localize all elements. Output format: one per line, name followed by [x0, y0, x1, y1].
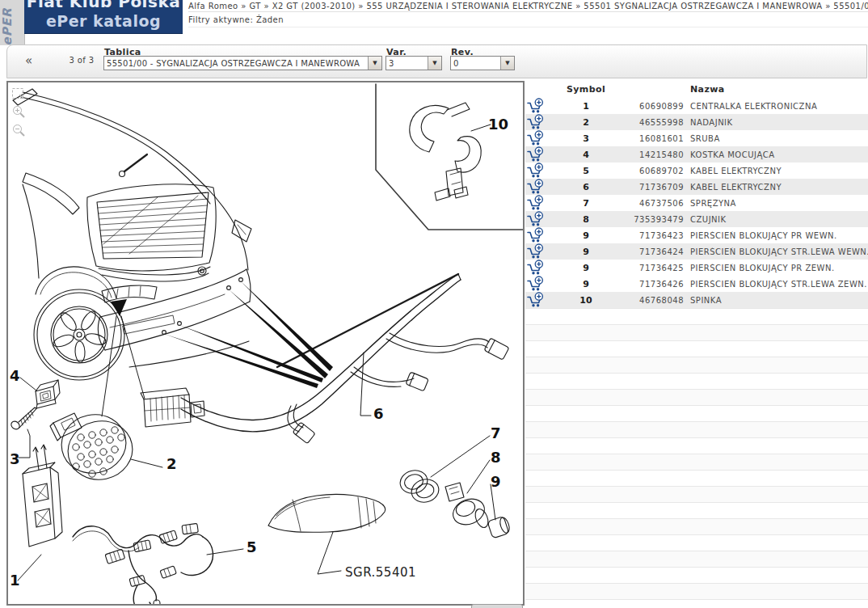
- figure-label: SGR.55401: [345, 565, 416, 580]
- cart-cell: [525, 163, 551, 179]
- callout-1: 1: [10, 572, 20, 589]
- var-select[interactable]: 3 ▼: [386, 56, 442, 70]
- table-row[interactable]: 7 46737506 SPRĘŻYNA: [525, 195, 868, 211]
- table-row[interactable]: 3 16081601 ŚRUBA: [525, 130, 868, 146]
- zoom-out-icon[interactable]: [12, 124, 26, 137]
- add-to-cart-icon[interactable]: [527, 114, 545, 130]
- callout-3: 3: [10, 450, 20, 467]
- zoom-in-icon[interactable]: [12, 105, 26, 119]
- part-7-grommet[interactable]: [398, 436, 490, 505]
- add-to-cart-icon[interactable]: [527, 292, 545, 308]
- empty-table-row: [525, 389, 868, 405]
- part-name: PIERŚCIEŃ BLOKUJĄCY PR WEWN.: [684, 231, 868, 240]
- add-to-cart-icon[interactable]: [527, 98, 545, 114]
- active-filters: Filtry aktywne: Żaden: [188, 15, 284, 24]
- callout-8: 8: [491, 449, 501, 466]
- part-symbol: 1: [551, 101, 621, 112]
- add-to-cart-icon[interactable]: [527, 260, 545, 276]
- part-symbol: 6: [551, 182, 621, 192]
- rev-select[interactable]: 0 ▼: [450, 56, 515, 70]
- part-number: 71736425: [621, 264, 684, 272]
- part-name: CZUJNIK: [684, 215, 868, 224]
- part-6-harness[interactable]: [141, 274, 509, 444]
- part-name: KABEL ELEKTRYCZNY: [684, 183, 868, 192]
- logo-line1: Fiat Klub Polska: [24, 0, 183, 11]
- part-number: 71736423: [621, 231, 684, 240]
- part-number: 735393479: [621, 215, 684, 224]
- part-symbol: 9: [551, 263, 621, 273]
- part-10-clip[interactable]: [410, 103, 491, 201]
- cart-cell: [525, 130, 551, 146]
- part-9-cap[interactable]: [487, 484, 512, 538]
- part-name: KABEL ELEKTRYCZNY: [684, 167, 868, 175]
- table-row[interactable]: 2 46555998 NADAJNIK: [525, 114, 868, 130]
- add-to-cart-icon[interactable]: [527, 146, 545, 163]
- empty-table-row: [525, 567, 868, 583]
- eper-vertical-banner: ePER: [0, 0, 25, 45]
- add-to-cart-icon[interactable]: [527, 227, 545, 243]
- fit-selection-icon[interactable]: [11, 87, 26, 101]
- car-rear-drawing: [13, 89, 251, 380]
- breadcrumb[interactable]: Alfa Romeo » GT » X2 GT (2003-2010) » 55…: [188, 2, 868, 11]
- add-to-cart-icon[interactable]: [527, 130, 545, 146]
- part-number: 46555998: [621, 118, 684, 127]
- logo-line2: ePer katalog: [24, 12, 183, 30]
- rev-select-value: 0: [451, 59, 500, 68]
- empty-table-row: [525, 357, 868, 373]
- table-row[interactable]: 1 60690899 CENTRALKA ELEKTRONICZNA: [525, 98, 868, 114]
- add-to-cart-icon[interactable]: [527, 179, 545, 195]
- cart-cell: [525, 146, 551, 163]
- part-name: CENTRALKA ELEKTRONICZNA: [684, 102, 868, 111]
- table-row[interactable]: 5 60689702 KABEL ELEKTRYCZNY: [525, 163, 868, 179]
- part-number: 46768048: [621, 296, 684, 305]
- add-to-cart-icon[interactable]: [527, 276, 545, 292]
- part-1-ecu[interactable]: [18, 445, 62, 581]
- previous-table-button[interactable]: «: [25, 53, 32, 68]
- chevron-down-icon[interactable]: ▼: [368, 57, 381, 70]
- cart-cell: [525, 276, 551, 292]
- cart-cell: [525, 98, 551, 114]
- part-name: KOSTKA MOCUJĄCA: [684, 150, 868, 159]
- parts-table: Symbol Nazwa 1 60690899 CENTRALKA ELEKTR…: [525, 81, 868, 608]
- app-logo: Fiat Klub Polska ePer katalog: [24, 0, 183, 34]
- part-8-sensor[interactable]: [445, 460, 491, 530]
- callout-9: 9: [491, 473, 501, 490]
- table-row[interactable]: 9 71736423 PIERŚCIEŃ BLOKUJĄCY PR WEWN.: [525, 227, 868, 243]
- add-to-cart-icon[interactable]: [527, 243, 545, 260]
- callout-6: 6: [373, 405, 384, 422]
- add-to-cart-icon[interactable]: [527, 195, 545, 211]
- parts-diagram-panel[interactable]: 1 2 3 4 5 6 7 8 9 10 SGR.55401: [6, 81, 525, 606]
- part-4-block[interactable]: [20, 378, 60, 408]
- table-row[interactable]: 9 71736426 PIERŚCIEŃ BLOKUJĄCY STR.LEWA …: [525, 276, 868, 292]
- parts-table-header: Symbol Nazwa: [525, 81, 868, 98]
- exploded-parts-diagram: 1 2 3 4 5 6 7 8 9 10 SGR.55401: [8, 82, 523, 604]
- cart-cell: [525, 292, 551, 308]
- part-2-buzzer[interactable]: [50, 408, 162, 485]
- part-symbol: 2: [551, 117, 621, 128]
- eper-vertical-text: ePER: [0, 8, 15, 45]
- chevron-down-icon[interactable]: ▼: [500, 57, 514, 70]
- part-symbol: 9: [551, 230, 621, 241]
- table-row[interactable]: 8 735393479 CZUJNIK: [525, 211, 868, 227]
- part-name: SPRĘŻYNA: [684, 199, 868, 208]
- table-row[interactable]: 10 46768048 SPINKA: [525, 292, 868, 308]
- tablica-select[interactable]: 55501/00 - SYGNALIZACJA OSTRZEGAWCZA I M…: [103, 56, 382, 70]
- table-row[interactable]: 9 71736424 PIERŚCIEŃ BLOKUJĄCY STR.LEWA …: [525, 243, 868, 260]
- add-to-cart-icon[interactable]: [527, 211, 545, 227]
- table-row[interactable]: 9 71736425 PIERŚCIEŃ BLOKUJĄCY PR ZEWN.: [525, 260, 868, 276]
- empty-table-row: [525, 486, 868, 502]
- sgr-taillight: [268, 494, 386, 574]
- part-5-harness[interactable]: [73, 523, 243, 604]
- cropped-bottom-button[interactable]: [471, 604, 523, 608]
- cart-cell: [525, 227, 551, 243]
- add-to-cart-icon[interactable]: [527, 163, 545, 179]
- part-name: ŚRUBA: [684, 134, 868, 143]
- symbol-column-header: Symbol: [551, 84, 621, 95]
- empty-table-row: [525, 518, 868, 534]
- empty-table-row: [525, 437, 868, 454]
- part-symbol: 7: [551, 198, 621, 209]
- part-number: 14215480: [621, 150, 684, 159]
- table-row[interactable]: 6 71736709 KABEL ELEKTRYCZNY: [525, 179, 868, 195]
- table-row[interactable]: 4 14215480 KOSTKA MOCUJĄCA: [525, 146, 868, 163]
- chevron-down-icon[interactable]: ▼: [428, 57, 441, 70]
